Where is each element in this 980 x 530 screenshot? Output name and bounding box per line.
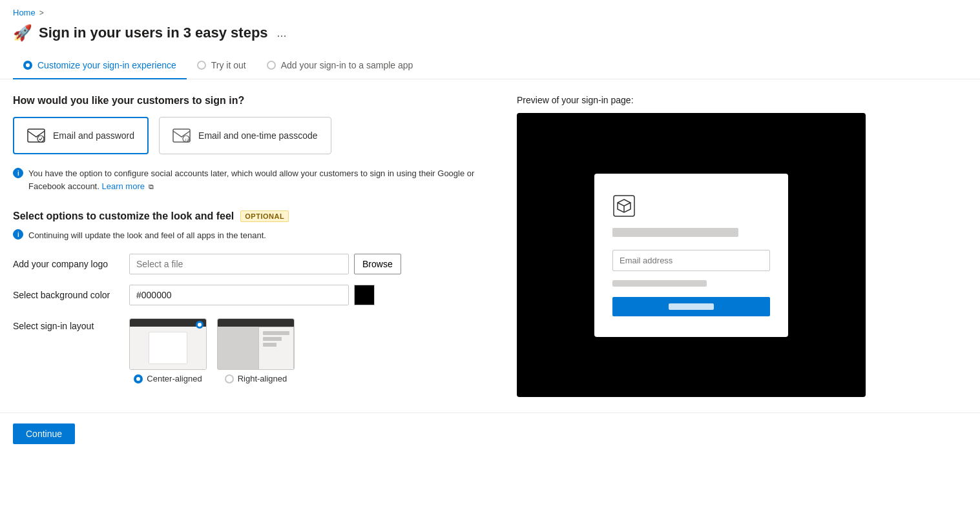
layout-row: Select sign-in layout [13, 316, 491, 383]
layout-center-label: Center-aligned [147, 374, 202, 383]
email-otp-icon: 123 [172, 128, 191, 143]
customize-info-icon: i [13, 229, 23, 242]
tab-try-radio [197, 61, 206, 70]
bg-color-controls [129, 285, 491, 305]
card-submit-button[interactable] [612, 297, 770, 316]
option-email-otp[interactable]: 123 Email and one-time passcode [159, 117, 331, 154]
tab-bar: Customize your sign-in experience Try it… [0, 52, 980, 79]
page-title: Sign in your users in 3 easy steps [39, 25, 268, 41]
layout-center[interactable]: Center-aligned [129, 318, 207, 383]
company-logo-controls: Browse [129, 254, 491, 274]
more-menu-button[interactable]: ... [277, 26, 287, 40]
bg-color-input[interactable] [129, 285, 349, 305]
company-logo-label: Add your company logo [13, 259, 129, 269]
learn-more-link[interactable]: Learn more [101, 181, 144, 191]
option-email-otp-label: Email and one-time passcode [198, 130, 317, 141]
external-link-icon: ⧉ [149, 183, 154, 190]
logo-file-input[interactable] [129, 254, 349, 274]
bg-color-row: Select background color [13, 285, 491, 305]
info-icon: i [13, 168, 23, 181]
layout-right-radio-row: Right-aligned [225, 374, 287, 383]
sign-in-card [594, 174, 788, 337]
customize-section-header: Select options to customize the look and… [13, 210, 491, 222]
customize-info-text: Continuing will update the look and feel… [28, 230, 266, 240]
card-title-bar [612, 228, 738, 237]
left-panel: How would you like your customers to sig… [13, 95, 491, 397]
sign-in-section-title: How would you like your customers to sig… [13, 95, 491, 107]
optional-badge: OPTIONAL [240, 210, 289, 222]
tab-sample-radio [267, 61, 276, 70]
option-email-password[interactable]: Email and password [13, 117, 149, 154]
sign-in-options: Email and password 123 Email and one-tim… [13, 117, 491, 154]
layout-right[interactable]: Right-aligned [217, 318, 295, 383]
card-logo-icon [612, 194, 636, 218]
layout-right-label: Right-aligned [238, 374, 287, 383]
customize-section: Select options to customize the look and… [13, 210, 491, 383]
sign-in-preview [517, 113, 866, 397]
layout-center-radio-row: Center-aligned [134, 374, 202, 383]
continue-button[interactable]: Continue [13, 423, 75, 444]
breadcrumb-sep: > [39, 8, 44, 17]
bg-color-label: Select background color [13, 290, 129, 300]
tab-sample[interactable]: Add your sign-in to a sample app [256, 52, 424, 79]
breadcrumb: Home > [0, 0, 980, 20]
customize-info-box: i Continuing will update the look and fe… [13, 229, 491, 242]
tab-try[interactable]: Try it out [187, 52, 256, 79]
page-header: 🚀 Sign in your users in 3 easy steps ... [0, 20, 980, 52]
breadcrumb-home[interactable]: Home [13, 8, 36, 17]
layout-right-preview [217, 318, 295, 370]
layout-right-radio[interactable] [225, 374, 234, 383]
layout-label: Select sign-in layout [13, 316, 129, 331]
tab-sample-label: Add your sign-in to a sample app [281, 60, 413, 70]
page-emoji: 🚀 [13, 24, 32, 42]
card-email-input[interactable] [612, 250, 770, 271]
option-email-password-label: Email and password [53, 130, 134, 141]
browse-button[interactable]: Browse [354, 254, 401, 274]
tab-customize-radio [23, 61, 32, 70]
tab-customize[interactable]: Customize your sign-in experience [13, 52, 187, 79]
tab-customize-label: Customize your sign-in experience [37, 60, 176, 70]
social-accounts-info: i You have the option to configure socia… [13, 167, 491, 192]
main-content: How would you like your customers to sig… [0, 79, 980, 413]
layout-options: Center-aligned [129, 318, 295, 383]
preview-title: Preview of your sign-in page: [517, 95, 866, 105]
right-panel: Preview of your sign-in page: [517, 95, 866, 397]
footer: Continue [0, 413, 980, 454]
company-logo-row: Add your company logo Browse [13, 254, 491, 274]
svg-text:123: 123 [185, 138, 191, 142]
tab-try-label: Try it out [211, 60, 246, 70]
layout-center-radio[interactable] [134, 374, 143, 383]
card-button-inner [669, 303, 714, 310]
social-accounts-info-text: You have the option to configure social … [28, 167, 491, 192]
svg-point-1 [37, 136, 44, 142]
svg-text:i: i [17, 170, 19, 177]
card-subtitle-bar [612, 280, 707, 287]
customize-section-title: Select options to customize the look and… [13, 210, 234, 222]
svg-text:i: i [17, 231, 19, 238]
email-password-icon [27, 128, 45, 143]
color-swatch[interactable] [354, 285, 375, 305]
layout-center-preview [129, 318, 207, 370]
